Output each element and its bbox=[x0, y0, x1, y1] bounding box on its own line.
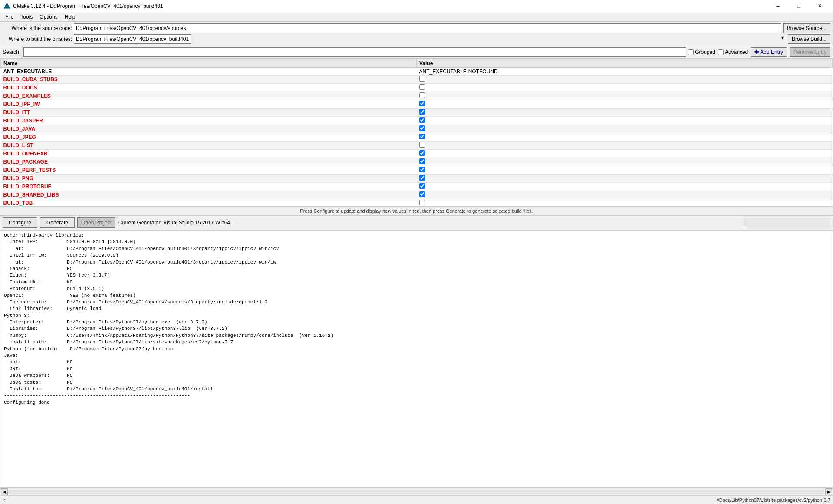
table-cell-name: BUILD_SHARED_LIBS bbox=[1, 191, 417, 199]
table-row: BUILD_PNG bbox=[1, 175, 833, 183]
hscroll-left-button[interactable]: ◀ bbox=[1, 488, 8, 495]
log-line: Include path: D:/Program Files/OpenCV_40… bbox=[4, 299, 829, 306]
table-cell-name: BUILD_OPENEXR bbox=[1, 150, 417, 158]
browse-build-button[interactable]: Browse Build... bbox=[788, 34, 830, 44]
table-checkbox[interactable] bbox=[419, 84, 425, 90]
log-line: Python 3: bbox=[4, 313, 829, 319]
menu-help[interactable]: Help bbox=[61, 13, 79, 21]
table-cell-value[interactable]: ANT_EXECUTABLE-NOTFOUND bbox=[417, 68, 833, 76]
open-project-button[interactable]: Open Project bbox=[77, 217, 115, 228]
log-line: Interpreter: D:/Program Files/Python37/p… bbox=[4, 319, 829, 326]
menu-file[interactable]: File bbox=[2, 13, 17, 21]
grouped-checkbox[interactable] bbox=[688, 49, 694, 55]
cmake-table: Name Value ANT_EXECUTABLEANT_EXECUTABLE-… bbox=[0, 59, 833, 206]
table-cell-value[interactable] bbox=[417, 142, 833, 150]
menu-tools[interactable]: Tools bbox=[17, 13, 36, 21]
output-log[interactable]: Other third-party libraries: Intel IPP: … bbox=[0, 230, 833, 488]
table-cell-value[interactable] bbox=[417, 109, 833, 117]
advanced-label[interactable]: Advanced bbox=[718, 49, 748, 55]
table-header: Name Value bbox=[1, 59, 833, 68]
title-bar-left: CMake 3.12.4 - D:/Program Files/OpenCV_4… bbox=[3, 3, 163, 10]
browse-source-button[interactable]: Browse Source... bbox=[783, 23, 830, 33]
minimize-button[interactable]: ─ bbox=[768, 0, 788, 12]
table-checkbox[interactable] bbox=[419, 125, 425, 131]
configure-button[interactable]: Configure bbox=[3, 217, 37, 228]
log-line: ----------------------------------------… bbox=[4, 392, 829, 399]
menu-options[interactable]: Options bbox=[36, 13, 61, 21]
grouped-label[interactable]: Grouped bbox=[688, 49, 715, 55]
generator-text: Current Generator: Visual Studio 15 2017… bbox=[118, 220, 230, 226]
table-checkbox[interactable] bbox=[419, 175, 425, 181]
table-cell-name: ANT_EXECUTABLE bbox=[1, 68, 417, 76]
log-line: JNI: NO bbox=[4, 366, 829, 372]
table-cell-name: BUILD_EXAMPLES bbox=[1, 92, 417, 100]
log-line: OpenCL: YES (no extra features) bbox=[4, 293, 829, 299]
table-checkbox[interactable] bbox=[419, 150, 425, 156]
table-checkbox[interactable] bbox=[419, 200, 425, 205]
table-checkbox[interactable] bbox=[419, 117, 425, 123]
table-cell-value[interactable] bbox=[417, 100, 833, 109]
log-line: Lapack: NO bbox=[4, 266, 829, 272]
table-cell-value[interactable] bbox=[417, 183, 833, 191]
generator-input[interactable] bbox=[744, 218, 830, 227]
table-cell-value[interactable] bbox=[417, 150, 833, 158]
table-checkbox[interactable] bbox=[419, 183, 425, 189]
search-row: Search: Grouped Advanced ✚ Add Entry Rem… bbox=[0, 46, 833, 59]
table-cell-value[interactable] bbox=[417, 166, 833, 175]
action-bar: Configure Generate Open Project Current … bbox=[0, 216, 833, 230]
table-cell-value[interactable] bbox=[417, 191, 833, 199]
table-cell-value[interactable] bbox=[417, 76, 833, 84]
table-checkbox[interactable] bbox=[419, 134, 425, 139]
table-cell-value[interactable] bbox=[417, 158, 833, 166]
log-line: install path: D:/Program Files/Python37/… bbox=[4, 339, 829, 346]
table-cell-name: BUILD_PACKAGE bbox=[1, 158, 417, 166]
table-cell-value[interactable] bbox=[417, 133, 833, 142]
search-input[interactable] bbox=[23, 47, 686, 57]
table-cell-name: BUILD_PROTOBUF bbox=[1, 183, 417, 191]
grouped-text: Grouped bbox=[695, 49, 715, 55]
table-checkbox[interactable] bbox=[419, 167, 425, 172]
table-cell-value[interactable] bbox=[417, 175, 833, 183]
table-checkbox[interactable] bbox=[419, 109, 425, 115]
table-cell-value[interactable] bbox=[417, 125, 833, 133]
maximize-button[interactable]: □ bbox=[789, 0, 809, 12]
table-checkbox[interactable] bbox=[419, 101, 425, 106]
source-label: Where is the source code: bbox=[3, 25, 72, 31]
log-line: numpy: C:/Users/Think/AppData/Roaming/Py… bbox=[4, 333, 829, 339]
hscroll-track[interactable] bbox=[9, 490, 824, 494]
table-checkbox[interactable] bbox=[419, 191, 425, 197]
build-select[interactable]: D:/Program Files/OpenCV_401/opencv_build… bbox=[74, 34, 191, 44]
close-button[interactable]: ✕ bbox=[810, 0, 830, 12]
remove-entry-button[interactable]: Remove Entry bbox=[790, 47, 830, 57]
source-row: Where is the source code: Browse Source.… bbox=[3, 23, 830, 33]
configure-message: Press Configure to update and display ne… bbox=[0, 206, 833, 216]
table-cell-value[interactable] bbox=[417, 199, 833, 207]
table-cell-value[interactable] bbox=[417, 92, 833, 100]
table-checkbox[interactable] bbox=[419, 158, 425, 164]
log-line: Install to: D:/Program Files/OpenCV_401/… bbox=[4, 386, 829, 392]
table-cell-value[interactable] bbox=[417, 117, 833, 125]
cmake-table-container[interactable]: Name Value ANT_EXECUTABLEANT_EXECUTABLE-… bbox=[0, 59, 833, 206]
generate-button[interactable]: Generate bbox=[40, 217, 75, 228]
table-row: BUILD_PROTOBUF bbox=[1, 183, 833, 191]
table-checkbox[interactable] bbox=[419, 76, 425, 82]
table-row: BUILD_ITT bbox=[1, 109, 833, 117]
table-cell-value[interactable] bbox=[417, 84, 833, 92]
add-entry-button[interactable]: ✚ Add Entry bbox=[751, 47, 787, 57]
table-row: BUILD_SHARED_LIBS bbox=[1, 191, 833, 199]
table-row: ANT_EXECUTABLEANT_EXECUTABLE-NOTFOUND bbox=[1, 68, 833, 76]
main-content: Where is the source code: Browse Source.… bbox=[0, 22, 833, 504]
table-checkbox[interactable] bbox=[419, 92, 425, 98]
path-toolbar: Where is the source code: Browse Source.… bbox=[0, 22, 833, 46]
hscroll-right-button[interactable]: ▶ bbox=[825, 488, 832, 495]
log-line: Python (for build): D:/Program Files/Pyt… bbox=[4, 346, 829, 352]
advanced-checkbox[interactable] bbox=[718, 49, 724, 55]
cmake-table-body: ANT_EXECUTABLEANT_EXECUTABLE-NOTFOUNDBUI… bbox=[1, 68, 833, 207]
name-column-header: Name bbox=[1, 59, 417, 68]
table-checkbox[interactable] bbox=[419, 142, 425, 148]
log-line: Java wrappers: NO bbox=[4, 372, 829, 379]
bottom-section: Other third-party libraries: Intel IPP: … bbox=[0, 230, 833, 504]
log-line: Java tests: NO bbox=[4, 379, 829, 386]
table-row: BUILD_TBB bbox=[1, 199, 833, 207]
source-input[interactable] bbox=[74, 23, 781, 33]
